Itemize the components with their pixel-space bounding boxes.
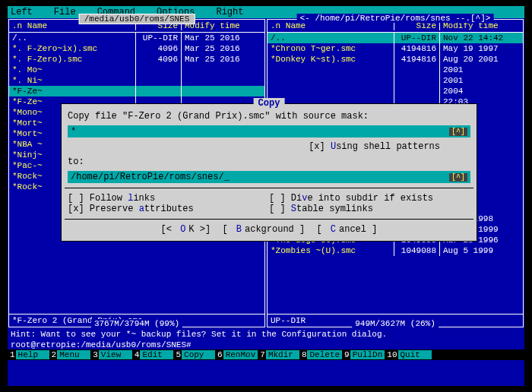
fkey-edit[interactable]: 4Edit: [134, 350, 174, 359]
cancel-button[interactable]: [ Cancel ]: [316, 224, 377, 235]
fkey-mkdir[interactable]: 7Mkdir: [259, 350, 299, 359]
dialog-title: Copy: [254, 98, 285, 109]
left-file-row[interactable]: /..UP--DIRMar 25 2016: [9, 33, 264, 43]
destination-input[interactable]: /home/pi/RetroPie/roms/snes/_ [^]: [68, 171, 470, 183]
fkey-pulldn[interactable]: 9PullDn: [344, 350, 385, 359]
right-usage: 949M/3627M (26%): [352, 319, 439, 328]
menu-left[interactable]: Left: [11, 7, 33, 17]
left-usage: 3767M/3794M (99%): [91, 319, 182, 328]
left-file-row[interactable]: *F-Ze~: [9, 86, 264, 96]
fkey-renmov[interactable]: 6RenMov: [217, 350, 258, 359]
shell-prompt[interactable]: root@retropie:/media/usb0/roms/SNES#: [8, 340, 524, 349]
dive-subdir-checkbox[interactable]: [ ] Dive into subdir if exists: [269, 193, 470, 204]
right-file-row[interactable]: 2001: [268, 75, 523, 86]
right-file-row[interactable]: 2004: [268, 86, 523, 96]
fkey-delete[interactable]: 8Delete: [301, 350, 342, 359]
preserve-attr-checkbox[interactable]: [x] Preserve attributes: [68, 204, 269, 214]
follow-links-checkbox[interactable]: [ ] Follow links: [68, 193, 269, 204]
left-file-row[interactable]: *. F-Zero~ix).smc4096Mar 25 2016: [9, 43, 264, 54]
using-shell-checkbox[interactable]: [x] Using shell patterns: [68, 141, 470, 153]
right-file-row[interactable]: *Chrono T~ger.smc4194816May 19 1997: [268, 43, 523, 54]
history-icon[interactable]: [^]: [449, 173, 467, 182]
left-file-row[interactable]: *. Mo~: [9, 65, 264, 75]
left-panel-path: /media/usb0/roms/SNES: [79, 14, 195, 24]
hint-line: Hint: Want to see your *~ backup files? …: [8, 328, 524, 340]
menu-right[interactable]: Right: [216, 7, 243, 17]
fkey-quit[interactable]: 10Quit: [386, 350, 431, 359]
right-file-row[interactable]: *Donkey K~st).smc4194816Aug 20 2001: [268, 54, 523, 65]
ok-button[interactable]: [< OK >]: [161, 224, 211, 235]
source-mask-input[interactable]: * [^]: [68, 125, 470, 138]
fkey-view[interactable]: 3View: [92, 350, 132, 359]
right-status: UP--DIR: [271, 316, 306, 325]
dialog-prompt: Copy file "F-Zero 2 (Grand Prix).smc" wi…: [68, 110, 470, 122]
left-file-row[interactable]: *. F-Zero).smc4096Mar 25 2016: [9, 54, 264, 65]
fkey-copy[interactable]: 5Copy: [175, 350, 215, 359]
fkey-help[interactable]: 1Help: [9, 350, 49, 359]
left-file-row[interactable]: *. Ni~: [9, 75, 264, 86]
right-file-row[interactable]: 2001: [268, 65, 523, 75]
background-button[interactable]: [ Background ]: [222, 224, 305, 235]
fkey-menu[interactable]: 2Menu: [51, 350, 91, 359]
to-label: to:: [68, 156, 470, 168]
right-file-row[interactable]: *Zombies ~(U).smc1049088Aug 5 1999: [268, 245, 523, 256]
menu-file[interactable]: File: [54, 7, 76, 17]
right-file-row[interactable]: /..UP--DIRNov 22 14:42: [268, 33, 523, 43]
stable-symlinks-checkbox[interactable]: [ ] Stable symlinks: [269, 204, 470, 214]
function-keys: 1Help2Menu3View4Edit5Copy6RenMov7Mkdir8D…: [8, 349, 524, 360]
copy-dialog: Copy Copy file "F-Zero 2 (Grand Prix).sm…: [61, 103, 477, 242]
right-panel-path: <- /home/pi/RetroPie/roms/snes --.[^]>: [297, 14, 494, 23]
history-icon[interactable]: [^]: [449, 128, 467, 136]
